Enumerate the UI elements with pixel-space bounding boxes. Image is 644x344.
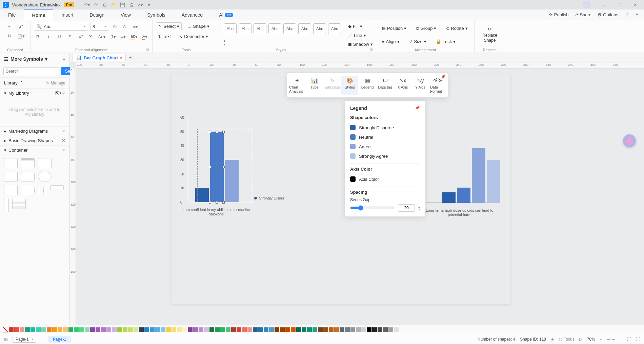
style-preset[interactable]: Abc (254, 23, 266, 34)
color-swatch[interactable] (378, 327, 382, 332)
color-swatch[interactable] (302, 327, 306, 332)
style-preset[interactable]: Abc (239, 23, 251, 34)
color-swatch[interactable] (340, 327, 344, 332)
color-swatch[interactable] (134, 327, 138, 332)
lock-button[interactable]: 🔒 Lock▾ (434, 38, 458, 45)
color-swatch[interactable] (161, 327, 165, 332)
zoom-in-icon[interactable]: + (620, 337, 622, 342)
color-swatch[interactable] (242, 327, 247, 332)
print-icon[interactable]: 🖨 (128, 2, 134, 7)
superscript-icon[interactable]: X² (77, 33, 85, 41)
color-swatch[interactable] (155, 327, 160, 332)
highlight-icon[interactable]: ab▾ (130, 33, 138, 41)
color-swatch[interactable] (63, 327, 68, 332)
publish-button[interactable]: ✈ Publish (549, 12, 569, 17)
color-swatch[interactable] (356, 327, 361, 332)
position-button[interactable]: ⊞ Position▾ (380, 24, 409, 32)
case-icon[interactable]: Aa▾ (98, 33, 106, 41)
shrink-font-icon[interactable]: A↓ (121, 22, 129, 31)
chart-bar[interactable] (457, 188, 470, 203)
color-swatch[interactable] (269, 327, 274, 332)
fill-dialog-icon[interactable]: ⇲ (370, 47, 373, 51)
color-swatch[interactable] (215, 327, 220, 332)
series-gap-slider[interactable] (350, 205, 395, 211)
redo-icon[interactable]: ↷ (93, 2, 99, 7)
color-swatch[interactable] (237, 327, 241, 332)
chart-bar[interactable] (472, 148, 485, 203)
color-swatch[interactable] (394, 327, 399, 332)
chart-tool-styles[interactable]: 🎨Styles (341, 76, 358, 95)
shape-item[interactable] (38, 185, 40, 195)
style-preset[interactable]: Abc (224, 23, 237, 34)
color-swatch[interactable] (25, 327, 30, 332)
shape-item[interactable] (21, 185, 35, 195)
styles-more-icon[interactable]: ▴▾ (224, 39, 225, 46)
library-label[interactable]: Library (4, 80, 18, 85)
color-swatch[interactable] (85, 327, 89, 332)
menu-tab-home[interactable]: Home (24, 9, 54, 20)
menu-tab-view[interactable]: View (113, 9, 139, 20)
pin-icon[interactable]: 📌 (441, 74, 446, 79)
no-color-icon[interactable] (3, 327, 8, 332)
color-swatch[interactable] (106, 327, 111, 332)
chart-bar[interactable] (487, 160, 500, 203)
chart-bar[interactable] (442, 192, 456, 203)
color-swatch[interactable] (112, 327, 117, 332)
legend-pin-icon[interactable]: 📌 (415, 106, 420, 111)
color-swatch[interactable] (177, 327, 182, 332)
maximize-icon[interactable]: ▢ (613, 1, 626, 9)
section-marketing[interactable]: ▸ Marketing Diagrams✕ (0, 126, 69, 136)
open-icon[interactable]: 📁 (111, 2, 116, 7)
font-name-select[interactable]: 🔍 Arial▾ (34, 23, 88, 31)
page-view-icon[interactable]: ▥ (4, 337, 8, 342)
zoom-out-icon[interactable]: − (600, 337, 602, 342)
cut-icon[interactable]: ✂ (5, 22, 14, 31)
chart-tool-data-tag[interactable]: 🏷Data tag (377, 76, 394, 95)
style-preset[interactable]: Abc (328, 23, 341, 34)
font-dialog-icon[interactable]: ⇲ (146, 47, 149, 51)
font-color-icon[interactable]: A▾ (141, 33, 149, 41)
chart-1[interactable]: I am confident in my abilities to prescr… (179, 117, 254, 212)
size-button[interactable]: ⤢ Size▾ (407, 38, 429, 45)
color-swatch[interactable] (128, 327, 133, 332)
color-swatch[interactable] (36, 327, 41, 332)
color-swatch[interactable] (323, 327, 328, 332)
mylib-export-icon[interactable]: ⇱ (55, 91, 59, 96)
new-doc-tab-icon[interactable]: + (128, 55, 132, 61)
collapse-left-icon[interactable]: « (63, 57, 65, 62)
color-swatch[interactable] (280, 327, 285, 332)
section-close-icon[interactable]: ✕ (62, 138, 65, 143)
color-swatch[interactable] (231, 327, 236, 332)
canvas-area[interactable]: 📊 Bar Graph Chart + -100-80-60-40-200204… (70, 53, 644, 325)
menu-tab-symbols[interactable]: Symbols (139, 9, 174, 20)
style-preset[interactable]: Abc (268, 23, 281, 34)
line-spacing-icon[interactable]: ⇵▾ (109, 33, 117, 41)
more-symbols-title[interactable]: More Symbols (11, 56, 43, 62)
rotate-button[interactable]: ⟲ Rotate▾ (443, 24, 470, 32)
series-gap-input[interactable] (398, 204, 415, 212)
color-swatch[interactable] (367, 327, 371, 332)
chart-tool-x-axis[interactable]: ⤡xX Axis (394, 76, 411, 95)
section-close-icon[interactable]: ✕ (62, 129, 65, 134)
shape-tool-button[interactable]: ▭ Shape ▾ (185, 22, 212, 30)
grow-font-icon[interactable]: A↑ (111, 22, 119, 31)
menu-tab-insert[interactable]: Insert (53, 9, 81, 20)
color-swatch[interactable] (296, 327, 301, 332)
color-swatch[interactable] (258, 327, 263, 332)
connector-tool-button[interactable]: ↘ Connector ▾ (177, 32, 210, 40)
color-swatch[interactable] (101, 327, 106, 332)
bold-icon[interactable]: B (34, 33, 42, 41)
color-swatch[interactable] (117, 327, 122, 332)
format-painter-icon[interactable]: 🖌 (17, 22, 25, 31)
color-swatch[interactable] (350, 327, 355, 332)
fill-button[interactable]: ◆ Fill ▾ (346, 22, 373, 30)
color-swatch[interactable] (41, 327, 46, 332)
color-swatch[interactable] (329, 327, 334, 332)
section-container[interactable]: ▾ Container✕ (0, 145, 69, 155)
mylib-close-icon[interactable]: ✕ (62, 91, 65, 96)
color-swatch[interactable] (253, 327, 258, 332)
color-swatch[interactable] (307, 327, 312, 332)
fullscreen-icon[interactable]: ⛶ (636, 337, 640, 342)
menu-tab-ai[interactable]: AIhot (211, 9, 241, 20)
color-swatch[interactable] (144, 327, 149, 332)
